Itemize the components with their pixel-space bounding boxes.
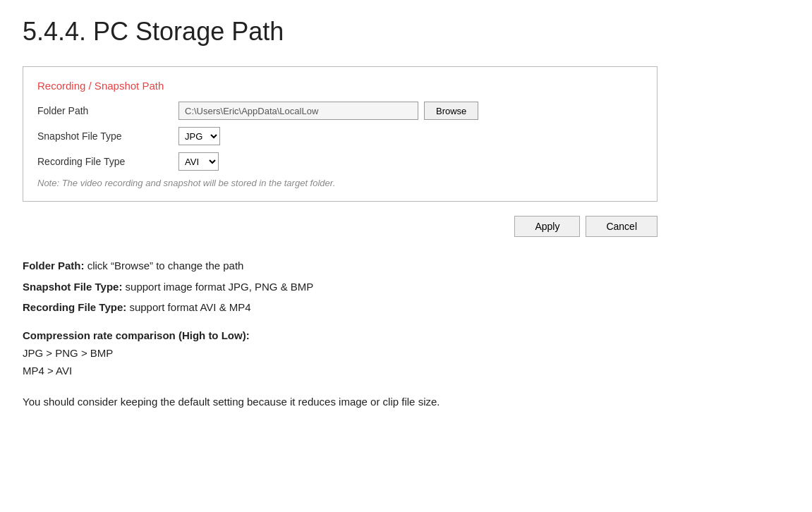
- snapshot-file-type-label: Snapshot File Type: [37, 130, 178, 142]
- description-section: Folder Path: click “Browse” to change th…: [23, 257, 658, 317]
- storage-path-panel: Recording / Snapshot Path Folder Path Br…: [23, 66, 658, 202]
- snapshot-file-type-row: Snapshot File Type JPG PNG BMP: [37, 127, 643, 145]
- apply-button[interactable]: Apply: [514, 216, 580, 237]
- snapshot-file-type-select[interactable]: JPG PNG BMP: [178, 127, 220, 145]
- compression-section: Compression rate comparison (High to Low…: [23, 329, 658, 380]
- panel-note: Note: The video recording and snapshot w…: [37, 178, 643, 188]
- snapshot-desc-bold: Snapshot File Type:: [23, 281, 122, 293]
- footer-note: You should consider keeping the default …: [23, 393, 658, 411]
- folder-path-desc-bold: Folder Path:: [23, 260, 85, 272]
- cancel-button[interactable]: Cancel: [586, 216, 658, 237]
- panel-title: Recording / Snapshot Path: [37, 80, 643, 92]
- action-buttons: Apply Cancel: [23, 216, 658, 237]
- recording-desc-text: support format AVI & MP4: [126, 301, 250, 313]
- recording-file-type-select[interactable]: AVI MP4: [178, 152, 219, 171]
- compression-line1: JPG > PNG > BMP: [23, 344, 658, 362]
- folder-path-input[interactable]: [178, 102, 418, 120]
- recording-desc: Recording File Type: support format AVI …: [23, 298, 658, 317]
- folder-path-desc-text: click “Browse” to change the path: [85, 260, 244, 272]
- snapshot-desc-text: support image format JPG, PNG & BMP: [122, 281, 313, 293]
- folder-path-row: Folder Path Browse: [37, 102, 643, 120]
- compression-title: Compression rate comparison (High to Low…: [23, 329, 658, 341]
- page-title: 5.4.4. PC Storage Path: [23, 17, 789, 47]
- browse-button[interactable]: Browse: [424, 102, 478, 120]
- snapshot-desc: Snapshot File Type: support image format…: [23, 278, 658, 296]
- folder-path-label: Folder Path: [37, 105, 178, 116]
- recording-file-type-label: Recording File Type: [37, 156, 178, 167]
- folder-path-desc: Folder Path: click “Browse” to change th…: [23, 257, 658, 275]
- recording-desc-bold: Recording File Type:: [23, 301, 126, 313]
- recording-file-type-row: Recording File Type AVI MP4: [37, 152, 643, 171]
- compression-line2: MP4 > AVI: [23, 362, 658, 380]
